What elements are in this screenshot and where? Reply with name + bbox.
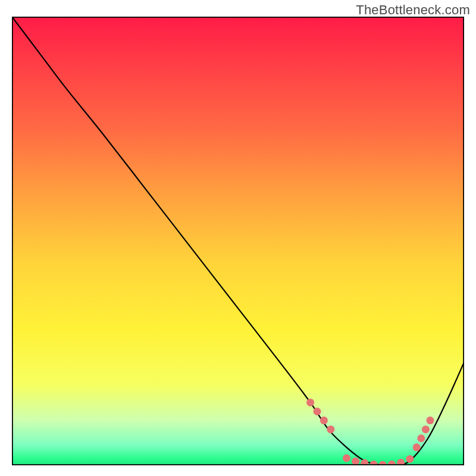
axes-border xyxy=(12,17,464,465)
watermark-text: TheBottleneck.com xyxy=(356,2,470,18)
chart-container: TheBottleneck.com xyxy=(0,0,476,476)
svg-rect-1 xyxy=(12,17,464,465)
